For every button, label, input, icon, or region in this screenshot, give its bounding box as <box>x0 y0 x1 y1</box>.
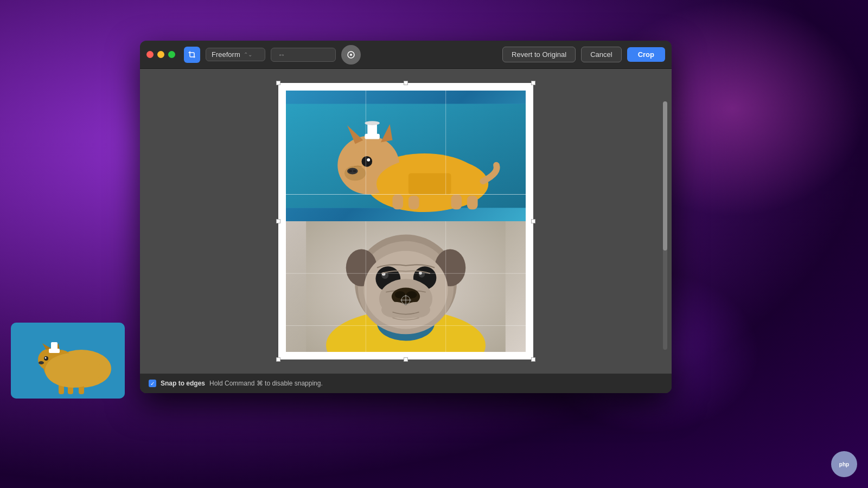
minimize-button[interactable] <box>157 51 164 58</box>
rotate-icon <box>347 50 355 59</box>
svg-point-25 <box>365 121 380 125</box>
maximize-button[interactable] <box>168 51 175 58</box>
crop-frame[interactable] <box>278 83 533 359</box>
titlebar: Freeform ⌃⌄ ↔ Revert to Original Cancel … <box>140 41 672 69</box>
crop-handle-top-right[interactable] <box>531 81 535 85</box>
svg-point-59 <box>395 291 406 298</box>
svg-rect-37 <box>451 195 462 210</box>
svg-point-30 <box>353 170 356 172</box>
traffic-lights <box>146 51 175 58</box>
crop-handle-top-left[interactable] <box>276 81 280 85</box>
svg-rect-36 <box>409 196 419 210</box>
main-window: Freeform ⌃⌄ ↔ Revert to Original Cancel … <box>140 41 672 393</box>
canvas-area <box>140 69 672 374</box>
svg-point-29 <box>349 170 352 172</box>
aspect-ratio-dropdown[interactable]: Freeform ⌃⌄ <box>206 48 265 61</box>
rotate-toggle-button[interactable] <box>341 45 361 65</box>
swap-icon: ↔ <box>278 50 285 59</box>
svg-rect-14 <box>51 342 58 351</box>
thumbnail-image <box>11 323 125 399</box>
image-stack <box>284 88 528 354</box>
crop-handle-bottom-right[interactable] <box>531 357 535 362</box>
crop-button[interactable]: Crop <box>627 47 665 62</box>
scroll-thumb[interactable] <box>663 101 667 251</box>
dog-top-image <box>286 91 526 221</box>
svg-point-16 <box>350 54 352 56</box>
snap-to-edges-checkbox[interactable]: ✓ <box>149 380 156 387</box>
crop-handle-top-center[interactable] <box>404 81 408 85</box>
svg-rect-34 <box>409 173 451 194</box>
chevron-icon: ⌃⌄ <box>244 52 252 57</box>
crop-handle-bottom-left[interactable] <box>276 357 280 362</box>
frenchie-svg <box>286 91 526 221</box>
crop-handle-bottom-center[interactable] <box>404 357 408 362</box>
crop-tool-icon-button[interactable] <box>184 47 200 63</box>
svg-point-56 <box>419 272 422 275</box>
crop-handle-middle-right[interactable] <box>531 219 535 223</box>
svg-point-60 <box>406 291 417 298</box>
thumbnail-preview <box>11 323 125 399</box>
close-button[interactable] <box>146 51 154 58</box>
scrollbar[interactable] <box>663 101 667 350</box>
php-badge: php <box>831 451 857 477</box>
dog-bottom-image <box>286 221 526 352</box>
dimension-input[interactable]: ↔ <box>271 48 336 62</box>
svg-rect-35 <box>392 195 403 210</box>
revert-to-original-button[interactable]: Revert to Original <box>502 47 576 62</box>
snap-hint: Hold Command ⌘ to disable snapping. <box>209 380 323 387</box>
statusbar: ✓ Snap to edges Hold Command ⌘ to disabl… <box>140 374 672 393</box>
svg-point-12 <box>39 361 44 364</box>
crop-icon <box>188 50 196 59</box>
svg-point-32 <box>367 158 370 162</box>
crop-handle-middle-left[interactable] <box>276 219 280 223</box>
dropdown-label: Freeform <box>212 50 240 59</box>
svg-point-9 <box>45 353 101 388</box>
svg-point-11 <box>45 357 47 359</box>
svg-point-31 <box>361 156 372 167</box>
svg-point-62 <box>404 302 430 318</box>
snap-label: Snap to edges <box>161 380 205 387</box>
cancel-button[interactable]: Cancel <box>581 47 621 62</box>
svg-rect-38 <box>467 196 478 210</box>
pug-svg <box>286 221 526 352</box>
